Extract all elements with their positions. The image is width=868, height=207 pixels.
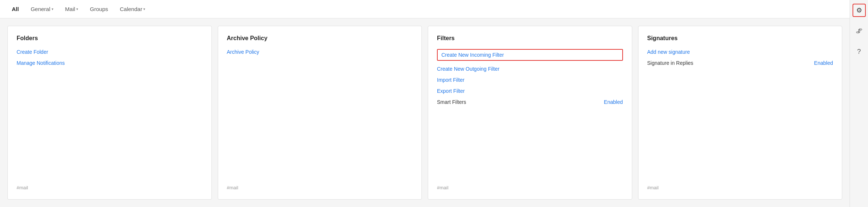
help-icon[interactable]: ? [853,45,866,58]
nav-item-all[interactable]: All [7,3,23,15]
card-footer-signatures: #mail [647,178,833,190]
card-links-archive-policy: Archive Policy [227,49,413,178]
create-outgoing-filter[interactable]: Create New Outgoing Filter [437,66,623,72]
right-sidebar: ⚙🖇? [850,0,868,207]
top-nav: AllGeneral▾Mail▾GroupsCalendar▾ [0,0,850,18]
cards-area: FoldersCreate FolderManage Notifications… [0,18,850,207]
card-links-folders: Create FolderManage Notifications [17,49,203,178]
card-title-signatures: Signatures [647,35,833,42]
row-label-smart-filters: Smart Filters [437,99,466,105]
chevron-down-icon: ▾ [143,7,145,11]
card-row-smart-filters: Smart FiltersEnabled [437,99,623,105]
nav-item-mail[interactable]: Mail▾ [61,3,83,15]
create-incoming-filter[interactable]: Create New Incoming Filter [437,49,623,61]
card-footer-filters: #mail [437,178,623,190]
card-title-filters: Filters [437,35,623,42]
manage-notifications[interactable]: Manage Notifications [17,60,203,66]
paperclip-icon[interactable]: 🖇 [853,24,866,38]
main-content: AllGeneral▾Mail▾GroupsCalendar▾ FoldersC… [0,0,850,207]
row-label-signature-in-replies: Signature in Replies [647,60,693,66]
card-title-archive-policy: Archive Policy [227,35,413,42]
card-title-folders: Folders [17,35,203,42]
card-folders: FoldersCreate FolderManage Notifications… [7,26,212,200]
card-footer-folders: #mail [17,178,203,190]
nav-items: AllGeneral▾Mail▾GroupsCalendar▾ [7,3,150,15]
row-value-smart-filters[interactable]: Enabled [604,99,623,105]
chevron-down-icon: ▾ [76,7,78,11]
row-value-signature-in-replies[interactable]: Enabled [814,60,833,66]
chevron-down-icon: ▾ [52,7,53,11]
export-filter[interactable]: Export Filter [437,88,623,94]
card-links-filters: Create New Incoming FilterCreate New Out… [437,49,623,178]
card-archive-policy: Archive PolicyArchive Policy#mail [218,26,422,200]
card-links-signatures: Add new signatureSignature in RepliesEna… [647,49,833,178]
nav-item-calendar[interactable]: Calendar▾ [115,3,150,15]
archive-policy-link[interactable]: Archive Policy [227,49,413,55]
nav-item-general[interactable]: General▾ [26,3,57,15]
gear-icon[interactable]: ⚙ [853,4,866,17]
create-folder[interactable]: Create Folder [17,49,203,55]
import-filter[interactable]: Import Filter [437,77,623,83]
app-layout: AllGeneral▾Mail▾GroupsCalendar▾ FoldersC… [0,0,868,207]
card-row-signature-in-replies: Signature in RepliesEnabled [647,60,833,66]
card-footer-archive-policy: #mail [227,178,413,190]
card-filters: FiltersCreate New Incoming FilterCreate … [428,26,632,200]
nav-item-groups[interactable]: Groups [85,3,112,15]
card-signatures: SignaturesAdd new signatureSignature in … [638,26,843,200]
add-new-signature[interactable]: Add new signature [647,49,833,55]
